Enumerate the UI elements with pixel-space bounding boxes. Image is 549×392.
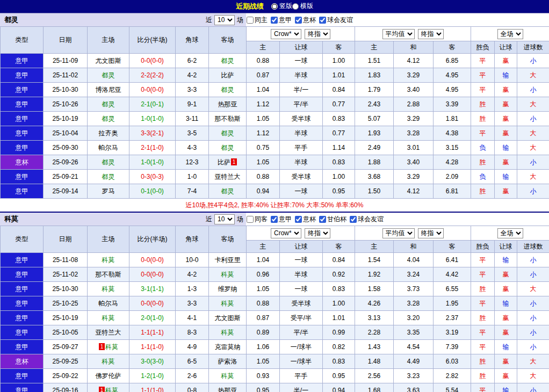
competition-filter-checkbox[interactable] (295, 216, 302, 223)
asian-bookmaker-select[interactable]: Crow* (271, 29, 301, 39)
match-count-select[interactable]: 10 (214, 214, 235, 224)
home-team-cell: 亚特兰大 (88, 325, 129, 340)
result-cell: 平 (471, 83, 495, 97)
goals-cell: 小 (517, 340, 549, 354)
result-cell: 胜 (471, 112, 495, 126)
filter-option: 球会友谊 (319, 16, 353, 25)
handicap-cell: 半球 (280, 267, 323, 282)
euro-bookmaker-select[interactable]: 平均值 (382, 29, 415, 39)
handicap-result-cell: 输 (495, 170, 517, 184)
home-team-name: 佛罗伦萨 (96, 372, 121, 380)
euro-bookmaker-select[interactable]: 平均值 (382, 228, 415, 238)
home-team-name: 都灵 (102, 115, 115, 122)
eu-home-odds: 4.26 (355, 296, 394, 311)
column-header: 客 (323, 41, 355, 54)
goals-cell: 大 (517, 97, 549, 112)
goals-cell: 小 (517, 325, 549, 340)
league-badge: 意甲 (1, 54, 44, 68)
competition-filter-checkbox[interactable] (319, 216, 326, 223)
home-team-name: 都灵 (102, 158, 115, 166)
red-card-badge: 1 (99, 387, 105, 392)
eu-draw-odds: 3.20 (394, 311, 434, 325)
filter-option: 意杯 (295, 16, 316, 25)
eu-draw-odds: 3.35 (394, 325, 434, 340)
score-cell: 1-0(1-0) (129, 155, 176, 170)
asian-odds-type-select[interactable]: 终指 (305, 228, 330, 238)
column-header: 主 (247, 241, 280, 253)
team-name: 都灵 (4, 15, 18, 25)
eu-home-odds: 3.68 (355, 170, 394, 184)
corners-cell: 4-3 (176, 141, 209, 155)
league-badge: 意甲 (1, 184, 44, 199)
competition-filter-checkbox[interactable] (350, 216, 357, 223)
score-cell: 0-0(0-0) (129, 253, 176, 267)
ah-home-odds: 0.88 (247, 54, 280, 68)
section-summary: 近10场,胜4平4负2, 胜率:40% 让胜率:70% 大率:50% 单率:60… (0, 199, 549, 212)
handicap-cell: 半球 (280, 155, 323, 170)
eu-draw-odds: 3.73 (394, 282, 434, 296)
eu-away-odds: 7.39 (434, 340, 471, 354)
ah-home-odds: 1.05 (247, 282, 280, 296)
column-header: 进球数 (517, 41, 549, 54)
result-cell: 平 (471, 325, 495, 340)
date-cell: 25-09-25 (44, 354, 88, 369)
match-count-select[interactable]: 10 (214, 15, 235, 25)
asian-bookmaker-select[interactable]: Crow* (271, 228, 301, 238)
match-row: 意杯25-09-26都灵1-0(1-0)12-3比萨11.05半球0.831.8… (1, 155, 549, 170)
score-cell: 2-1(0-1) (129, 97, 176, 112)
away-team-cell: 都灵 (209, 126, 247, 141)
handicap-cell: 半球 (280, 68, 323, 83)
date-cell: 25-09-16 (44, 383, 88, 392)
ah-home-odds: 1.12 (247, 126, 280, 141)
home-team-name: 科莫 (102, 285, 115, 293)
match-row: 意甲25-09-161科莫1-1(1-0)0-8热那亚0.95半/一0.941.… (1, 383, 549, 392)
view-mode-option: 竖版 (271, 2, 292, 11)
same-venue-checkbox[interactable] (247, 216, 254, 223)
result-scope-select[interactable]: 全场 (497, 29, 523, 39)
result-scope-select[interactable]: 全场 (497, 228, 523, 238)
filter-option-label: 意杯 (303, 215, 316, 224)
eu-draw-odds: 2.88 (394, 97, 434, 112)
away-team-cell: 维罗纳 (209, 282, 247, 296)
away-team-cell: 那不勒斯 (209, 112, 247, 126)
section-header: 科莫近10场同客意甲意杯甘伯杯球会友谊 (0, 212, 549, 226)
match-filter: 近10场同客意甲意杯甘伯杯球会友谊 (206, 214, 384, 224)
away-team-cell: 都灵 (209, 141, 247, 155)
column-header: 主场 (88, 226, 129, 253)
handicap-result-cell: 赢 (495, 126, 517, 141)
corners-cell: 8-3 (176, 325, 209, 340)
view-mode-radio[interactable] (271, 3, 278, 10)
view-mode-label: 竖版 (279, 2, 292, 11)
filter-option: 甘伯杯 (319, 215, 346, 224)
competition-filter-checkbox[interactable] (319, 17, 326, 24)
home-team-name: 博洛尼亚 (96, 86, 121, 93)
handicap-cell: 一球 (280, 184, 323, 199)
handicap-result-cell: 赢 (495, 267, 517, 282)
home-team-name: 帕尔马 (99, 300, 118, 307)
ah-away-odds: 0.84 (323, 83, 355, 97)
handicap-cell: 平/半 (280, 97, 323, 112)
league-badge: 意甲 (1, 340, 44, 354)
handicap-cell: 平手 (280, 141, 323, 155)
euro-odds-type-select[interactable]: 终指 (418, 29, 444, 39)
corners-cell: 9-1 (176, 97, 209, 112)
competition-filter-checkbox[interactable] (295, 17, 302, 24)
asian-odds-type-select[interactable]: 终指 (305, 29, 330, 39)
view-mode-radio[interactable] (292, 3, 299, 10)
goals-cell: 小 (517, 83, 549, 97)
euro-odds-type-select[interactable]: 终指 (418, 228, 444, 238)
competition-filter-checkbox[interactable] (271, 216, 278, 223)
score-cell: 0-0(0-0) (129, 267, 176, 282)
away-team-name: 卡利亚里 (215, 256, 241, 264)
ah-home-odds: 0.95 (247, 383, 280, 392)
same-venue-checkbox[interactable] (247, 17, 254, 24)
competition-filter-checkbox[interactable] (271, 17, 278, 24)
score-cell: 2-2(2-2) (129, 68, 176, 83)
red-card-badge: 1 (99, 343, 105, 350)
score-cell: 2-1(1-0) (129, 141, 176, 155)
column-header: 让球 (495, 241, 517, 253)
filter-option: 同客 (247, 215, 268, 224)
handicap-result-cell: 赢 (495, 369, 517, 383)
away-team-name: 热那亚 (218, 387, 237, 392)
away-team-cell: 亚特兰大 (209, 170, 247, 184)
